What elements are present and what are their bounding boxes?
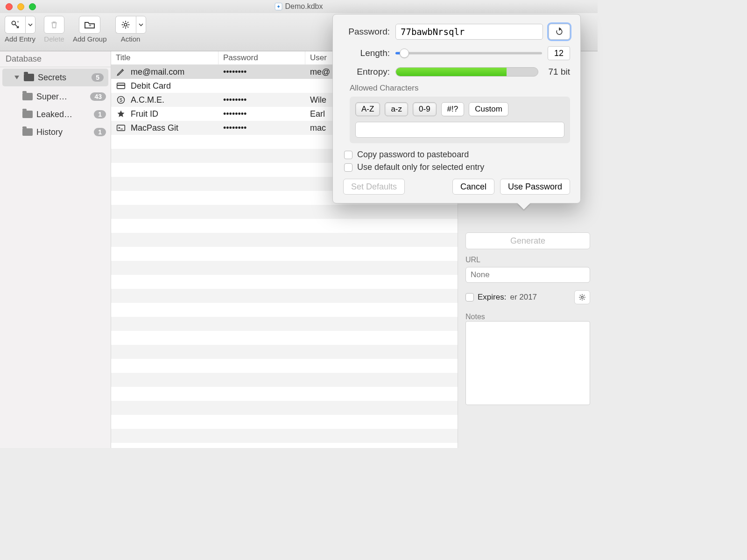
entry-password: ••••••••: [218, 109, 305, 119]
add-entry-label: Add Entry: [5, 35, 35, 43]
entry-title: A.C.M.E.: [131, 95, 164, 105]
action-button[interactable]: [115, 16, 136, 34]
length-label: Length:: [343, 48, 390, 58]
sidebar-item-history[interactable]: History 1: [0, 123, 111, 141]
notes-label: Notes: [465, 313, 590, 321]
svg-rect-8: [117, 125, 125, 131]
refresh-icon: [555, 27, 564, 36]
svg-rect-5: [117, 85, 125, 86]
url-label: URL: [465, 256, 590, 264]
regenerate-button[interactable]: [549, 24, 570, 40]
delete-label: Delete: [44, 35, 64, 43]
action-menu-button[interactable]: [136, 16, 146, 34]
pen-icon: [116, 67, 126, 77]
entry-title: me@mail.com: [131, 67, 184, 77]
generate-button[interactable]: Generate: [465, 232, 590, 249]
length-slider[interactable]: [395, 48, 542, 58]
expires-checkbox[interactable]: [465, 293, 474, 301]
set-defaults-button[interactable]: Set Defaults: [343, 179, 405, 195]
sidebar: Database Secrets 5 Super… 43 Leaked… 1 H…: [0, 51, 111, 448]
use-password-button[interactable]: Use Password: [500, 179, 570, 195]
card-icon: [116, 82, 126, 90]
svg-text:$: $: [120, 97, 122, 103]
svg-point-3: [124, 23, 127, 26]
length-field[interactable]: [548, 46, 570, 60]
expires-label: Expires:: [478, 293, 506, 302]
window-title: Demo.kdbx: [285, 2, 323, 11]
sidebar-item-label: Secrets: [38, 73, 92, 83]
copy-to-pasteboard-checkbox[interactable]: [344, 151, 352, 159]
entry-title: Debit Card: [131, 81, 171, 91]
folder-icon: [22, 128, 33, 136]
copy-to-pasteboard-label: Copy password to pasteboard: [357, 150, 469, 160]
entropy-meter: [395, 67, 538, 77]
trash-icon: [49, 20, 59, 30]
column-password[interactable]: Password: [218, 51, 305, 64]
folder-icon: [24, 74, 34, 81]
add-entry-menu-button[interactable]: [25, 16, 35, 34]
gear-icon: [578, 293, 586, 301]
entry-title: MacPass Git: [131, 123, 178, 133]
use-default-selected-checkbox[interactable]: [344, 163, 352, 172]
generated-password-field[interactable]: [395, 24, 543, 40]
url-field[interactable]: [465, 267, 590, 283]
count-badge: 1: [94, 128, 106, 136]
delete-button[interactable]: [44, 16, 64, 34]
count-badge: 5: [92, 73, 104, 82]
allowed-chars-group: A-Z a-z 0-9 #!? Custom: [350, 97, 570, 143]
column-title[interactable]: Title: [111, 51, 218, 64]
charset-custom-toggle[interactable]: Custom: [469, 102, 508, 116]
entry-password: ••••••••: [218, 95, 305, 105]
sidebar-header: Database: [0, 51, 111, 67]
folder-plus-icon: +: [84, 20, 95, 29]
count-badge: 43: [90, 92, 106, 101]
folder-icon: [22, 93, 33, 100]
svg-point-9: [581, 296, 584, 299]
charset-upper-toggle[interactable]: A-Z: [355, 102, 380, 116]
charset-symbols-toggle[interactable]: #!?: [441, 102, 465, 116]
sidebar-item-leaked[interactable]: Leaked… 1: [0, 105, 111, 123]
entry-password: ••••••••: [218, 123, 305, 133]
term-icon: [116, 124, 126, 132]
cancel-button[interactable]: Cancel: [452, 179, 494, 195]
disclosure-triangle-icon[interactable]: [14, 76, 19, 79]
sidebar-item-secrets[interactable]: Secrets 5: [2, 69, 108, 86]
count-badge: 1: [94, 110, 106, 119]
charset-lower-toggle[interactable]: a-z: [385, 102, 408, 116]
document-icon: ✦: [275, 3, 282, 10]
entropy-label: Entropy:: [343, 67, 390, 77]
sidebar-item-label: Super…: [36, 92, 90, 102]
sidebar-item-super[interactable]: Super… 43: [0, 88, 111, 105]
svg-text:+: +: [89, 23, 92, 28]
password-generator-popover: Password: Length: Entropy: 71 bit Allowe…: [332, 14, 581, 203]
window-close-button[interactable]: [6, 3, 13, 10]
allowed-chars-label: Allowed Characters: [350, 84, 570, 93]
titlebar: ✦ Demo.kdbx: [0, 0, 598, 13]
add-group-button[interactable]: +: [79, 16, 100, 34]
add-entry-button[interactable]: +: [5, 16, 25, 34]
entropy-value: 71 bit: [544, 67, 570, 77]
window-zoom-button[interactable]: [29, 3, 36, 10]
gear-icon: [120, 20, 131, 30]
custom-charset-field[interactable]: [355, 122, 564, 138]
dollar-icon: $: [116, 95, 126, 105]
chevron-down-icon: [28, 22, 33, 27]
action-label: Action: [121, 35, 141, 43]
chevron-down-icon: [139, 22, 143, 27]
window-minimize-button[interactable]: [17, 3, 24, 10]
entry-password: ••••••••: [218, 67, 305, 77]
expires-settings-button[interactable]: [574, 290, 590, 304]
notes-textarea[interactable]: [465, 321, 590, 405]
key-plus-icon: +: [10, 20, 21, 30]
star-icon: [116, 109, 126, 119]
svg-text:+: +: [16, 20, 19, 24]
expires-value: er 2017: [510, 293, 571, 302]
charset-digits-toggle[interactable]: 0-9: [413, 102, 437, 116]
entry-title: Fruit ID: [131, 109, 158, 119]
sidebar-item-label: Leaked…: [36, 110, 94, 119]
folder-icon: [22, 111, 33, 118]
add-group-label: Add Group: [73, 35, 107, 43]
use-default-selected-label: Use default only for selected entry: [357, 162, 484, 172]
sidebar-item-label: History: [36, 127, 94, 137]
password-label: Password:: [343, 27, 390, 37]
